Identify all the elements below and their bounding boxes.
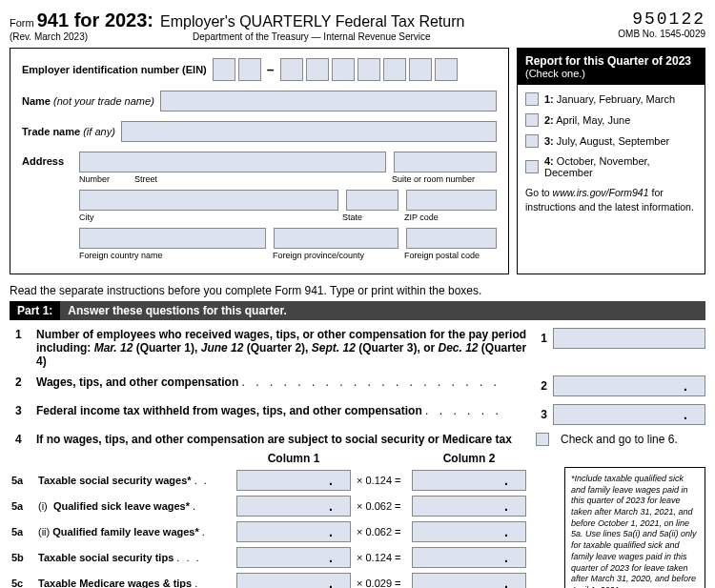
quarter-box: Report for this Quarter of 2023 (Check o…	[517, 48, 705, 274]
form-header: Form 941 for 2023: Employer's QUARTERLY …	[10, 10, 705, 42]
ein-label: Employer identification number (EIN)	[22, 64, 207, 75]
checkbox-icon[interactable]	[525, 160, 539, 173]
checkbox-icon[interactable]	[525, 113, 539, 127]
quarter-subtitle: (Check one.)	[525, 68, 697, 79]
address-suite-input[interactable]	[394, 152, 498, 172]
quarter-4-num: 4:	[544, 155, 554, 167]
line-1-number: 1	[10, 328, 36, 341]
part-1-text: Answer these questions for this quarter.	[60, 301, 705, 320]
line-4-text: If no wages, tips, and other compensatio…	[36, 433, 536, 446]
street-sublabel: Street	[134, 174, 384, 184]
trade-label-note: (if any)	[80, 126, 115, 137]
part-1-bar: Part 1: Answer these questions for this …	[10, 301, 705, 320]
employer-info-box: Employer identification number (EIN) – N…	[10, 48, 509, 274]
line-2-text: Wages, tips, and other compensation . . …	[36, 375, 534, 389]
line-5ai-text: (i) Qualified sick leave wages* .	[36, 500, 236, 512]
form-number: 941 for 2023:	[37, 10, 153, 30]
foreign-province-input[interactable]	[274, 228, 398, 249]
quarter-1-text: January, February, March	[557, 93, 675, 105]
trade-name-input[interactable]	[121, 121, 497, 142]
line-1-right-num: 1	[534, 332, 547, 345]
line-5c-text: Taxable Medicare wages & tips .	[36, 578, 236, 588]
line-3-text: Federal income tax withheld from wages, …	[36, 404, 534, 417]
line-5aii-number: 5a	[10, 526, 36, 537]
zip-sublabel: ZIP code	[404, 213, 497, 222]
line-1-input[interactable]	[553, 328, 705, 349]
line-3-input[interactable]: .	[553, 404, 705, 425]
omb-number: OMB No. 1545-0029	[618, 29, 705, 39]
quarter-option-4[interactable]: 4: October, November, December	[525, 155, 697, 178]
part-1-label: Part 1:	[10, 301, 60, 320]
quarter-1-num: 1:	[544, 93, 554, 105]
checkbox-icon[interactable]	[525, 134, 539, 148]
line-5c-mult: × 0.029 =	[351, 578, 412, 588]
line-1-text: Number of employees who received wages, …	[36, 328, 534, 368]
line-5c-col1-input[interactable]: .	[236, 573, 351, 588]
quarter-2-num: 2:	[544, 114, 554, 126]
trade-label: Trade name	[22, 126, 80, 137]
line-4-checkbox[interactable]	[536, 433, 549, 446]
line-5b-text: Taxable social security tips . . .	[36, 552, 236, 563]
quarter-4-text: October, November, December	[544, 155, 650, 178]
line-5aii-col1-input[interactable]: .	[236, 521, 351, 542]
line-2-input[interactable]: .	[553, 375, 705, 396]
line-5ai-col1-input[interactable]: .	[236, 496, 351, 517]
line-5c-number: 5c	[10, 578, 36, 588]
line-5b-col1-input[interactable]: .	[236, 547, 351, 568]
zip-input[interactable]	[406, 190, 497, 211]
ein-dash: –	[264, 62, 277, 77]
line-5a-col2-input[interactable]: .	[412, 470, 526, 491]
state-input[interactable]	[346, 190, 398, 211]
ein-digit-9[interactable]	[435, 58, 458, 81]
form-word: Form	[10, 17, 34, 29]
line-5aii-mult: × 0.062 =	[351, 526, 412, 537]
address-street-input[interactable]	[79, 152, 386, 172]
line-2-right-num: 2	[534, 379, 547, 393]
line-5ai-mult: × 0.062 =	[351, 500, 412, 512]
ein-digit-7[interactable]	[383, 58, 406, 81]
line-5b-mult: × 0.124 =	[351, 552, 412, 563]
line-4-number: 4	[10, 433, 36, 446]
line-5a-col1-input[interactable]: .	[236, 470, 351, 491]
line-5a-mult: × 0.124 =	[351, 475, 412, 486]
quarter-2-text: April, May, June	[556, 114, 630, 126]
foreign-postal-input[interactable]	[406, 228, 497, 249]
quarter-option-3[interactable]: 3: July, August, September	[525, 134, 697, 148]
quarter-option-1[interactable]: 1: January, February, March	[525, 92, 697, 106]
form-code: 950122	[618, 10, 705, 29]
name-input[interactable]	[160, 91, 497, 112]
ein-digit-1[interactable]	[213, 58, 235, 81]
ein-digit-6[interactable]	[358, 58, 380, 81]
line-5c-col2-input[interactable]: .	[412, 573, 526, 588]
quarter-title: Report for this Quarter of 2023	[525, 54, 697, 68]
department: Department of the Treasury — Internal Re…	[193, 31, 431, 42]
form-title: Employer's QUARTERLY Federal Tax Return	[160, 13, 464, 30]
line-5aii-text: (ii) Qualified family leave wages* .	[36, 526, 236, 537]
ein-digit-4[interactable]	[306, 58, 329, 81]
quarter-3-text: July, August, September	[557, 135, 669, 147]
name-label-note: (not your trade name)	[51, 95, 154, 107]
line-5ai-col2-input[interactable]: .	[412, 496, 526, 517]
name-label: Name	[22, 95, 51, 107]
city-input[interactable]	[79, 190, 338, 211]
city-sublabel: City	[79, 213, 335, 222]
column-1-header: Column 1	[236, 452, 351, 465]
ein-digit-3[interactable]	[280, 58, 303, 81]
checkbox-icon[interactable]	[525, 92, 539, 106]
quarter-link-text: Go to www.irs.gov/Form941 for instructio…	[525, 186, 697, 213]
quarter-option-2[interactable]: 2: April, May, June	[525, 113, 697, 127]
line-2-number: 2	[10, 375, 36, 389]
foreign-country-sublabel: Foreign country name	[79, 251, 265, 260]
ein-digit-2[interactable]	[238, 58, 261, 81]
revision: (Rev. March 2023)	[10, 31, 88, 42]
line-5a-number: 5a	[10, 475, 36, 486]
foreign-country-input[interactable]	[79, 228, 266, 249]
line-5b-col2-input[interactable]: .	[412, 547, 526, 568]
ein-digit-5[interactable]	[332, 58, 355, 81]
instructions-text: Read the separate instructions before yo…	[10, 284, 705, 297]
address-label: Address	[22, 152, 79, 167]
suite-sublabel: Suite or room number	[392, 174, 497, 184]
ein-digit-8[interactable]	[409, 58, 432, 81]
line-5aii-col2-input[interactable]: .	[412, 521, 526, 542]
line-5b-number: 5b	[10, 552, 36, 563]
